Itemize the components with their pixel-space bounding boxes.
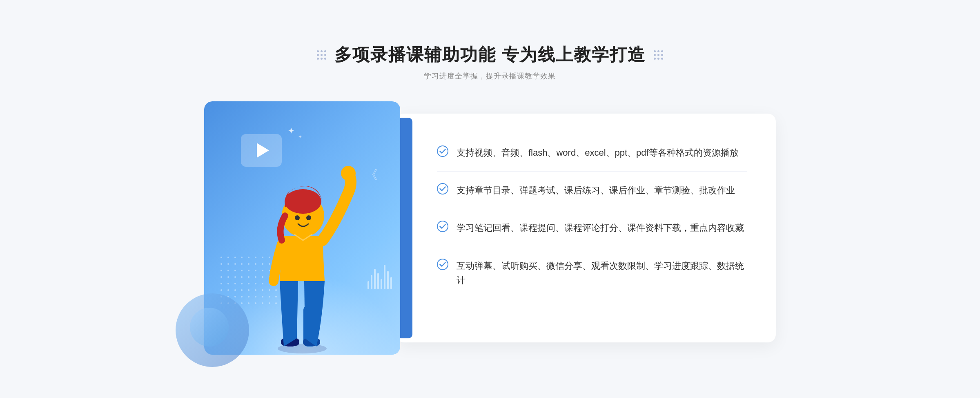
check-icon-1 <box>437 145 448 157</box>
feature-list: 支持视频、音频、flash、word、excel、ppt、pdf等各种格式的资源… <box>437 134 747 299</box>
feature-text-1: 支持视频、音频、flash、word、excel、ppt、pdf等各种格式的资源… <box>457 145 739 160</box>
check-icon-3 <box>437 221 448 232</box>
feature-item-1: 支持视频、音频、flash、word、excel、ppt、pdf等各种格式的资源… <box>437 134 747 172</box>
page-title: 多项录播课辅助功能 专为线上教学打造 <box>334 43 646 66</box>
feature-item-4: 互动弹幕、试听购买、微信分享、观看次数限制、学习进度跟踪、数据统计 <box>437 247 747 299</box>
header-section: 多项录播课辅助功能 专为线上教学打造 <box>317 43 663 81</box>
right-panel: 支持视频、音频、flash、word、excel、ppt、pdf等各种格式的资源… <box>396 114 776 342</box>
feature-text-3: 学习笔记回看、课程提问、课程评论打分、课件资料下载，重点内容收藏 <box>457 221 744 235</box>
sparkle-decoration: ✦ <box>288 126 295 136</box>
svg-point-7 <box>285 189 321 214</box>
svg-point-9 <box>306 215 311 220</box>
blue-vertical-bar <box>400 118 412 338</box>
page-subtitle: 学习进度全掌握，提升录播课教学效果 <box>317 71 663 81</box>
content-area: » ✦ ✦ 《 // Dots rendered via DOM <box>204 101 776 355</box>
right-decorator <box>654 50 663 60</box>
deco-circle-small <box>190 308 229 347</box>
svg-point-8 <box>295 215 300 220</box>
check-icon-4 <box>437 259 448 270</box>
feature-text-4: 互动弹幕、试听购买、微信分享、观看次数限制、学习进度跟踪、数据统计 <box>457 259 747 287</box>
sparkle-decoration-2: ✦ <box>298 134 302 140</box>
feature-text-2: 支持章节目录、弹题考试、课后练习、课后作业、章节测验、批改作业 <box>457 183 735 197</box>
feature-item-3: 学习笔记回看、课程提问、课程评论打分、课件资料下载，重点内容收藏 <box>437 209 747 247</box>
left-decorator <box>317 50 326 60</box>
page-container: 多项录播课辅助功能 专为线上教学打造 <box>0 0 980 398</box>
check-icon-2 <box>437 183 448 195</box>
svg-point-5 <box>341 166 356 181</box>
person-illustration <box>237 142 368 355</box>
feature-item-2: 支持章节目录、弹题考试、课后练习、课后作业、章节测验、批改作业 <box>437 172 747 209</box>
illustration-card: ✦ ✦ 《 // Dots rendered via DOM <box>204 101 400 355</box>
